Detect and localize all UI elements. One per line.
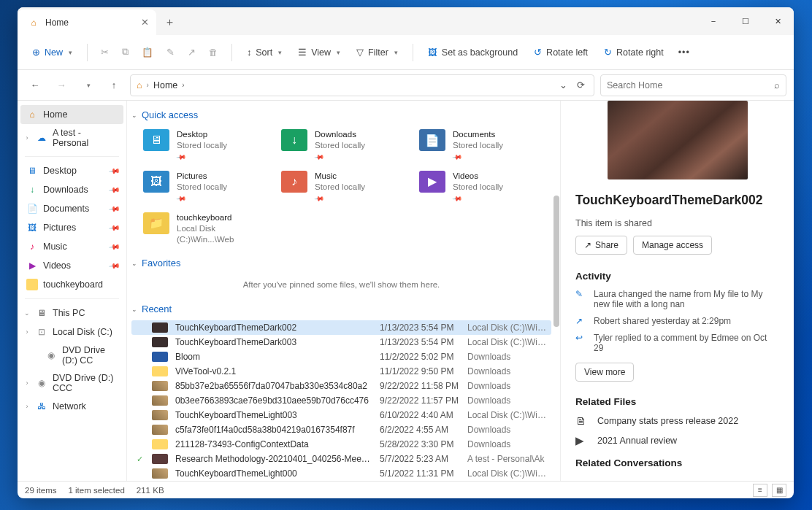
more-button[interactable]: ••• [674, 44, 694, 61]
search-box[interactable]: ⌕ [600, 74, 786, 96]
forward-button[interactable]: → [51, 75, 72, 96]
cut-button[interactable]: ✂ [96, 43, 113, 61]
recent-item[interactable]: ✓ Research Methodology-20210401_040256-M… [131, 452, 551, 466]
details-shared-text: This item is shared [575, 218, 779, 228]
close-window-button[interactable]: ✕ [762, 7, 794, 35]
item-sub: Stored locally [453, 140, 503, 151]
related-file[interactable]: ▶2021 Annual review [575, 434, 779, 447]
share-button[interactable]: ↗ [183, 43, 200, 61]
folder-icon: 📄 [419, 129, 445, 151]
sidebar-item-videos[interactable]: ▶Videos📌 [20, 256, 123, 275]
item-sub: Stored locally [177, 140, 227, 151]
breadcrumb-home[interactable]: Home [153, 80, 177, 90]
rotate-left-button[interactable]: ↺Rotate left [528, 43, 594, 61]
view-button[interactable]: ☰View▾ [292, 43, 346, 61]
recent-item[interactable]: ViVeTool-v0.2.1 11/1/2022 9:50 PM Downlo… [131, 364, 551, 379]
sidebar-item-documents[interactable]: 📄Documents📌 [20, 199, 123, 218]
sidebar-item-dvd2[interactable]: ›◉DVD Drive (D:) CCC [20, 369, 123, 397]
section-favorites[interactable]: ⌄Favorites [131, 255, 551, 271]
file-name: Bloom [175, 352, 372, 362]
section-recent[interactable]: ⌄Recent [131, 301, 551, 317]
quick-access-item[interactable]: ♪ Music Stored locally 📌 [280, 168, 407, 206]
file-date: 9/22/2022 11:57 PM [380, 395, 460, 406]
item-sub: Local Disk (C:)\Win...\Web [177, 223, 268, 245]
file-name: TouchKeyboardThemeDark003 [175, 337, 372, 347]
file-date: 11/1/2022 9:50 PM [380, 366, 460, 376]
details-view-button[interactable]: ≡ [753, 484, 767, 497]
pictures-icon: 🖼 [26, 222, 38, 233]
recent-item[interactable]: TouchKeyboardThemeDark003 1/13/2023 5:54… [131, 335, 551, 349]
sidebar-item-dvd1[interactable]: ◉DVD Drive (D:) CC [20, 341, 123, 369]
share-button[interactable]: ↗Share [575, 236, 627, 255]
activity-item: ↗Robert shared yesterday at 2:29pm [575, 316, 779, 326]
sidebar-item-touchkeyboard[interactable]: touchkeyboard [20, 275, 123, 294]
filter-button[interactable]: ▽Filter▾ [351, 43, 404, 61]
sidebar-item-home[interactable]: ⌂Home [20, 105, 123, 124]
folder-icon: 📁 [143, 212, 169, 234]
status-selected-count: 1 item selected [68, 486, 124, 495]
rename-button[interactable]: ✎ [162, 43, 179, 61]
copy-button[interactable]: ⧉ [118, 43, 133, 61]
new-button[interactable]: ⊕New▾ [26, 43, 78, 61]
sort-button[interactable]: ↕Sort▾ [241, 44, 288, 61]
chevron-down-icon: ▾ [69, 49, 72, 56]
file-date: 1/13/2023 5:54 PM [380, 337, 460, 347]
home-icon: ⌂ [28, 17, 39, 28]
related-files-header: Related Files [575, 396, 779, 407]
quick-access-item[interactable]: 🖥 Desktop Stored locally 📌 [142, 126, 269, 165]
quick-access-item[interactable]: 🖼 Pictures Stored locally 📌 [142, 168, 269, 206]
back-button[interactable]: ← [25, 75, 45, 96]
file-thumbnail [152, 352, 168, 362]
item-name: Videos [453, 171, 503, 182]
minimize-button[interactable]: − [697, 7, 729, 35]
close-tab-icon[interactable]: ✕ [141, 17, 149, 28]
recent-item[interactable]: TouchKeyboardThemeLight000 5/1/2022 11:3… [131, 466, 551, 481]
sidebar-item-atest[interactable]: ›☁A test - Personal [20, 124, 123, 152]
view-more-button[interactable]: View more [575, 363, 634, 382]
pin-icon: 📌 [109, 241, 120, 252]
scrollbar-thumb[interactable] [554, 196, 559, 327]
quick-access-item[interactable]: 📁 touchkeyboard Local Disk (C:)\Win...\W… [142, 209, 269, 248]
sidebar-item-localdisk[interactable]: ›⊡Local Disk (C:) [20, 322, 123, 341]
rotate-right-button[interactable]: ↻Rotate right [598, 43, 670, 61]
quick-access-item[interactable]: 📄 Documents Stored locally 📌 [418, 126, 545, 165]
chevron-down-icon: ⌄ [23, 309, 31, 317]
related-file[interactable]: 🗎Company stats press release 2022 [575, 414, 779, 427]
quick-access-item[interactable]: ▶ Videos Stored locally 📌 [418, 168, 545, 206]
manage-access-button[interactable]: Manage access [633, 236, 712, 255]
file-location: Downloads [467, 425, 548, 435]
recent-item[interactable]: c5fa73fe0f1f4a0cd58a38b04219a0167354f87f… [131, 422, 551, 437]
recent-locations-button[interactable]: ▾ [77, 75, 98, 96]
recent-item[interactable]: TouchKeyboardThemeLight003 6/10/2022 4:4… [131, 408, 551, 422]
file-thumbnail [152, 322, 168, 333]
sidebar-item-network[interactable]: ›🖧Network [20, 397, 123, 416]
new-tab-button[interactable]: ＋ [156, 9, 183, 35]
copy-icon: ⧉ [122, 47, 129, 58]
recent-item[interactable]: Bloom 11/2/2022 5:02 PM Downloads [131, 349, 551, 364]
folder-icon: 🖥 [143, 129, 169, 151]
set-background-button[interactable]: 🖼Set as background [422, 44, 524, 61]
up-button[interactable]: ↑ [104, 75, 124, 96]
sidebar-item-desktop[interactable]: 🖥Desktop📌 [20, 161, 123, 180]
paste-button[interactable]: 📋 [137, 43, 158, 61]
item-sub: Stored locally [315, 140, 365, 151]
sidebar-item-downloads[interactable]: ↓Downloads📌 [20, 180, 123, 199]
address-dropdown-button[interactable]: ⌄ [556, 75, 570, 96]
refresh-button[interactable]: ⟳ [573, 75, 588, 96]
maximize-button[interactable]: ☐ [729, 7, 762, 35]
delete-button[interactable]: 🗑 [204, 44, 223, 61]
quick-access-item[interactable]: ↓ Downloads Stored locally 📌 [280, 126, 407, 165]
thumbnails-view-button[interactable]: ▦ [772, 484, 786, 497]
onedrive-icon: ☁ [36, 132, 47, 144]
search-input[interactable] [607, 80, 774, 90]
tab-home[interactable]: ⌂ Home ✕ [18, 9, 156, 35]
sidebar-item-music[interactable]: ♪Music📌 [20, 237, 123, 256]
recent-item[interactable]: 0b3ee7663893cae76e9bd310aee59b70d76cc476… [131, 393, 551, 408]
recent-item[interactable]: TouchKeyboardThemeDark002 1/13/2023 5:54… [131, 320, 551, 335]
recent-item[interactable]: 211128-73493-ConfigContextData 5/28/2022… [131, 437, 551, 452]
address-bar[interactable]: ⌂ › Home › ⌄ ⟳ [130, 74, 594, 96]
sidebar-item-thispc[interactable]: ⌄🖥This PC [20, 304, 123, 322]
sidebar-item-pictures[interactable]: 🖼Pictures📌 [20, 218, 123, 237]
section-quick-access[interactable]: ⌄Quick access [131, 107, 551, 123]
recent-item[interactable]: 85bb37e2ba65556f7da07047bab330e3534c80a2… [131, 379, 551, 393]
